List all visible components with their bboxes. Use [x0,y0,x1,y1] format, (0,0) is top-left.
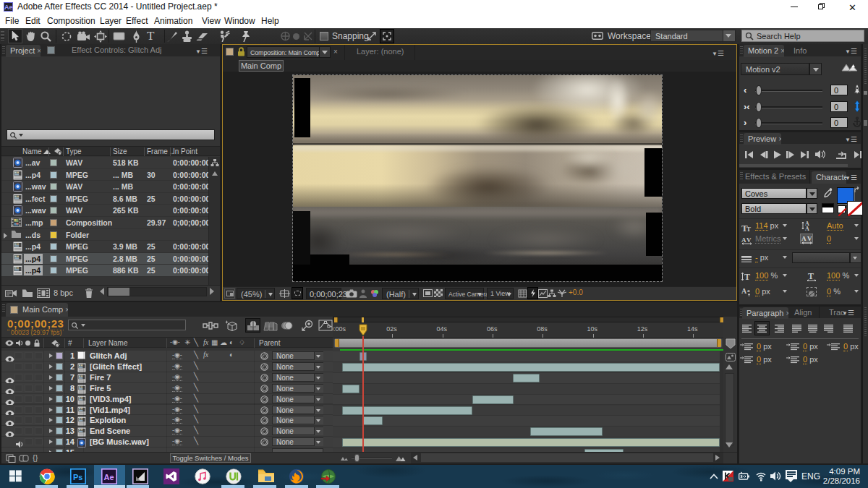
svg-text:A: A [805,226,809,231]
svg-text:T: T [808,272,814,281]
svg-text:a: a [747,288,750,294]
svg-text:T: T [746,226,751,232]
svg-text:Ps: Ps [73,473,82,481]
svg-text:V: V [746,236,752,244]
svg-text:A: A [741,236,746,244]
svg-text:A: A [741,287,747,295]
svg-text:T: T [744,272,750,281]
svg-text:V: V [807,235,812,242]
svg-text:Ae: Ae [104,473,114,481]
svg-text:A: A [801,235,807,242]
